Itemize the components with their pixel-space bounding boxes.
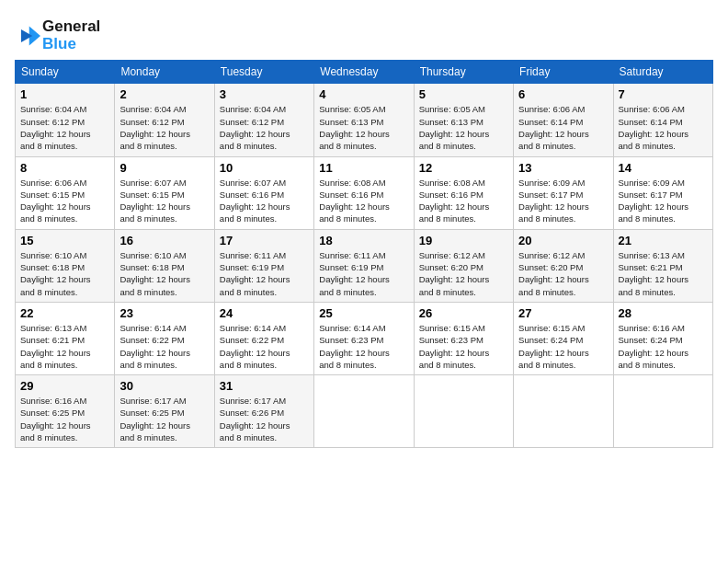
calendar-cell: 8Sunrise: 6:06 AMSunset: 6:15 PMDaylight… bbox=[16, 156, 115, 229]
calendar-cell: 23Sunrise: 6:14 AMSunset: 6:22 PMDayligh… bbox=[115, 302, 214, 374]
day-info: Sunrise: 6:05 AMSunset: 6:13 PMDaylight:… bbox=[319, 103, 408, 152]
day-number: 23 bbox=[119, 306, 209, 320]
weekday-header-tuesday: Tuesday bbox=[214, 61, 313, 84]
day-number: 10 bbox=[220, 161, 309, 175]
day-info: Sunrise: 6:09 AMSunset: 6:17 PMDaylight:… bbox=[518, 177, 608, 225]
calendar-cell: 21Sunrise: 6:13 AMSunset: 6:21 PMDayligh… bbox=[613, 229, 712, 302]
day-number: 15 bbox=[20, 234, 109, 247]
calendar-cell: 3Sunrise: 6:04 AMSunset: 6:12 PMDaylight… bbox=[214, 84, 313, 156]
calendar-cell: 20Sunrise: 6:12 AMSunset: 6:20 PMDayligh… bbox=[514, 229, 613, 302]
logo-line2: Blue bbox=[42, 36, 100, 53]
day-number: 16 bbox=[119, 234, 209, 247]
calendar-cell: 26Sunrise: 6:15 AMSunset: 6:23 PMDayligh… bbox=[414, 302, 513, 374]
day-info: Sunrise: 6:07 AMSunset: 6:15 PMDaylight:… bbox=[119, 177, 209, 225]
day-info: Sunrise: 6:12 AMSunset: 6:20 PMDaylight:… bbox=[419, 249, 508, 298]
day-info: Sunrise: 6:17 AMSunset: 6:26 PMDaylight:… bbox=[220, 395, 309, 443]
day-info: Sunrise: 6:05 AMSunset: 6:13 PMDaylight:… bbox=[419, 103, 508, 152]
day-number: 12 bbox=[419, 161, 508, 175]
day-number: 8 bbox=[20, 161, 109, 175]
day-number: 17 bbox=[220, 234, 309, 247]
day-info: Sunrise: 6:13 AMSunset: 6:21 PMDaylight:… bbox=[619, 249, 708, 298]
day-number: 20 bbox=[518, 234, 608, 247]
day-info: Sunrise: 6:04 AMSunset: 6:12 PMDaylight:… bbox=[20, 103, 109, 152]
calendar-cell: 24Sunrise: 6:14 AMSunset: 6:22 PMDayligh… bbox=[214, 302, 313, 374]
calendar-cell: 5Sunrise: 6:05 AMSunset: 6:13 PMDaylight… bbox=[414, 84, 513, 156]
calendar-cell: 14Sunrise: 6:09 AMSunset: 6:17 PMDayligh… bbox=[613, 156, 712, 229]
calendar-cell: 25Sunrise: 6:14 AMSunset: 6:23 PMDayligh… bbox=[314, 302, 414, 374]
day-number: 5 bbox=[419, 87, 508, 101]
day-number: 31 bbox=[220, 379, 309, 393]
day-info: Sunrise: 6:06 AMSunset: 6:14 PMDaylight:… bbox=[619, 103, 708, 152]
calendar-cell: 31Sunrise: 6:17 AMSunset: 6:26 PMDayligh… bbox=[214, 375, 313, 448]
day-number: 1 bbox=[20, 87, 109, 101]
calendar-cell: 1Sunrise: 6:04 AMSunset: 6:12 PMDaylight… bbox=[16, 84, 115, 156]
calendar-cell bbox=[314, 375, 414, 448]
day-number: 28 bbox=[619, 306, 708, 320]
calendar-cell: 18Sunrise: 6:11 AMSunset: 6:19 PMDayligh… bbox=[314, 229, 414, 302]
day-number: 22 bbox=[20, 306, 109, 320]
calendar-cell bbox=[414, 375, 513, 448]
day-info: Sunrise: 6:15 AMSunset: 6:24 PMDaylight:… bbox=[518, 322, 608, 371]
day-number: 24 bbox=[220, 306, 309, 320]
day-info: Sunrise: 6:17 AMSunset: 6:25 PMDaylight:… bbox=[119, 395, 209, 443]
day-info: Sunrise: 6:10 AMSunset: 6:18 PMDaylight:… bbox=[20, 249, 109, 298]
calendar-cell: 30Sunrise: 6:17 AMSunset: 6:25 PMDayligh… bbox=[115, 375, 214, 448]
logo-icon bbox=[15, 23, 40, 49]
day-info: Sunrise: 6:04 AMSunset: 6:12 PMDaylight:… bbox=[119, 103, 209, 152]
calendar-cell: 29Sunrise: 6:16 AMSunset: 6:25 PMDayligh… bbox=[16, 375, 115, 448]
calendar-cell: 17Sunrise: 6:11 AMSunset: 6:19 PMDayligh… bbox=[214, 229, 313, 302]
calendar-cell: 9Sunrise: 6:07 AMSunset: 6:15 PMDaylight… bbox=[115, 156, 214, 229]
day-info: Sunrise: 6:14 AMSunset: 6:23 PMDaylight:… bbox=[319, 322, 408, 371]
day-number: 14 bbox=[619, 161, 708, 175]
calendar-cell bbox=[613, 375, 712, 448]
weekday-header-wednesday: Wednesday bbox=[314, 61, 414, 84]
calendar-cell: 19Sunrise: 6:12 AMSunset: 6:20 PMDayligh… bbox=[414, 229, 513, 302]
day-info: Sunrise: 6:09 AMSunset: 6:17 PMDaylight:… bbox=[619, 177, 708, 225]
logo: General Blue bbox=[15, 18, 100, 52]
day-info: Sunrise: 6:13 AMSunset: 6:21 PMDaylight:… bbox=[20, 322, 109, 371]
day-number: 27 bbox=[518, 306, 608, 320]
calendar-cell: 16Sunrise: 6:10 AMSunset: 6:18 PMDayligh… bbox=[115, 229, 214, 302]
day-info: Sunrise: 6:08 AMSunset: 6:16 PMDaylight:… bbox=[319, 177, 408, 225]
day-number: 13 bbox=[518, 161, 608, 175]
day-info: Sunrise: 6:10 AMSunset: 6:18 PMDaylight:… bbox=[119, 249, 209, 298]
day-number: 30 bbox=[119, 379, 209, 393]
day-number: 25 bbox=[319, 306, 408, 320]
calendar-cell: 6Sunrise: 6:06 AMSunset: 6:14 PMDaylight… bbox=[514, 84, 613, 156]
day-number: 26 bbox=[419, 306, 508, 320]
day-number: 18 bbox=[319, 234, 408, 247]
calendar-cell: 12Sunrise: 6:08 AMSunset: 6:16 PMDayligh… bbox=[414, 156, 513, 229]
day-number: 29 bbox=[20, 379, 109, 393]
calendar-cell: 27Sunrise: 6:15 AMSunset: 6:24 PMDayligh… bbox=[514, 302, 613, 374]
day-info: Sunrise: 6:14 AMSunset: 6:22 PMDaylight:… bbox=[119, 322, 209, 371]
day-number: 3 bbox=[220, 87, 309, 101]
day-number: 4 bbox=[319, 87, 408, 101]
calendar-cell: 22Sunrise: 6:13 AMSunset: 6:21 PMDayligh… bbox=[16, 302, 115, 374]
day-number: 19 bbox=[419, 234, 508, 247]
weekday-header-monday: Monday bbox=[115, 61, 214, 84]
day-info: Sunrise: 6:16 AMSunset: 6:25 PMDaylight:… bbox=[20, 395, 109, 443]
calendar-cell: 11Sunrise: 6:08 AMSunset: 6:16 PMDayligh… bbox=[314, 156, 414, 229]
day-info: Sunrise: 6:14 AMSunset: 6:22 PMDaylight:… bbox=[220, 322, 309, 371]
day-number: 9 bbox=[119, 161, 209, 175]
day-info: Sunrise: 6:08 AMSunset: 6:16 PMDaylight:… bbox=[419, 177, 508, 225]
calendar-cell: 28Sunrise: 6:16 AMSunset: 6:24 PMDayligh… bbox=[613, 302, 712, 374]
calendar-cell: 13Sunrise: 6:09 AMSunset: 6:17 PMDayligh… bbox=[514, 156, 613, 229]
day-info: Sunrise: 6:07 AMSunset: 6:16 PMDaylight:… bbox=[220, 177, 309, 225]
calendar-table: SundayMondayTuesdayWednesdayThursdayFrid… bbox=[15, 60, 713, 448]
day-info: Sunrise: 6:12 AMSunset: 6:20 PMDaylight:… bbox=[518, 249, 608, 298]
weekday-header-friday: Friday bbox=[514, 61, 613, 84]
weekday-header-thursday: Thursday bbox=[414, 61, 513, 84]
day-info: Sunrise: 6:06 AMSunset: 6:14 PMDaylight:… bbox=[518, 103, 608, 152]
day-number: 7 bbox=[619, 87, 708, 101]
weekday-header-sunday: Sunday bbox=[16, 61, 115, 84]
day-number: 21 bbox=[619, 234, 708, 247]
day-number: 6 bbox=[518, 87, 608, 101]
day-info: Sunrise: 6:06 AMSunset: 6:15 PMDaylight:… bbox=[20, 177, 109, 225]
day-info: Sunrise: 6:11 AMSunset: 6:19 PMDaylight:… bbox=[319, 249, 408, 298]
day-info: Sunrise: 6:15 AMSunset: 6:23 PMDaylight:… bbox=[419, 322, 508, 371]
page-header: General Blue bbox=[15, 15, 713, 52]
day-number: 2 bbox=[119, 87, 209, 101]
calendar-cell: 2Sunrise: 6:04 AMSunset: 6:12 PMDaylight… bbox=[115, 84, 214, 156]
calendar-cell: 7Sunrise: 6:06 AMSunset: 6:14 PMDaylight… bbox=[613, 84, 712, 156]
